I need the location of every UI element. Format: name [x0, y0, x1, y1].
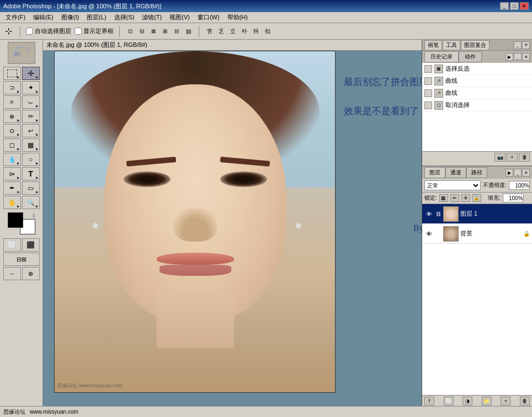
lock-all-btn[interactable]: 🔒	[472, 194, 481, 202]
history-menu-btn[interactable]: ▶	[506, 53, 513, 61]
adjustment-layer-btn[interactable]: ◑	[462, 397, 472, 405]
tab-actions[interactable]: 动作	[459, 51, 482, 62]
lock-transparent-btn[interactable]: ▦	[439, 194, 448, 202]
show-bounds-checkbox[interactable]: 显示定界框	[75, 27, 114, 35]
history-item-3[interactable]: ◻ 取消选择	[422, 99, 532, 111]
tab-paths[interactable]: 路径	[466, 167, 487, 178]
close-btn[interactable]: ✕	[520, 2, 529, 10]
blur-tool[interactable]: 💧 ▶	[3, 153, 21, 166]
layers-menu-btn[interactable]: ▶	[506, 169, 513, 177]
tab-history[interactable]: 历史记录	[424, 51, 459, 62]
canvas-container[interactable]: 思缘论坛 www.missyuan.com	[54, 51, 336, 393]
history-item-2[interactable]: ↗ 曲线	[422, 87, 532, 99]
hist-label-0: 选择反选	[445, 65, 470, 73]
brush-tool[interactable]: ✏ ▶	[22, 110, 40, 123]
menu-window[interactable]: 窗口(W)	[194, 12, 223, 23]
fill-input[interactable]	[503, 194, 524, 202]
status-site-url: www.missyuan.com	[30, 409, 78, 415]
menu-file[interactable]: 文件(F)	[2, 12, 29, 23]
slice-tool[interactable]: ⌙ ▶	[22, 95, 40, 109]
dist-left-btn[interactable]: 卟	[240, 26, 249, 36]
delete-state-btn[interactable]: 🗑	[519, 153, 530, 162]
screen-mode[interactable]: ⊟⊞	[3, 253, 40, 266]
tab-layers[interactable]: 图层	[424, 167, 445, 178]
lock-position-btn[interactable]: ✛	[461, 194, 470, 202]
tab-tools[interactable]: 工具	[443, 40, 460, 50]
imageready-btn[interactable]: →	[3, 267, 21, 280]
dist-right-btn[interactable]: 扣	[263, 26, 273, 36]
dist-top-btn[interactable]: 苦	[205, 26, 215, 36]
align-left-btn[interactable]: ⊡	[125, 26, 135, 36]
move-tool[interactable]: ✛ ▶	[22, 67, 40, 80]
fill-tool[interactable]: ▦ ▶	[22, 138, 40, 152]
align-top-btn[interactable]: ⊞	[160, 26, 170, 36]
align-vcenter-btn[interactable]: ⊟	[172, 26, 182, 36]
layer-item-1[interactable]: 👁 背景 🔒	[422, 224, 532, 244]
menu-layer[interactable]: 图层(L)	[83, 12, 109, 23]
history-item-1[interactable]: ↗ 曲线	[422, 75, 532, 87]
layer-item-0[interactable]: 👁 ⛓ 图层 1	[422, 204, 532, 224]
eraser-tool[interactable]: ◻ ▶	[3, 138, 21, 152]
maximize-btn[interactable]: □	[510, 2, 519, 10]
magic-wand-tool[interactable]: ✦ ▶	[22, 81, 40, 94]
auto-select-input[interactable]	[26, 28, 33, 35]
dodge-tool[interactable]: ○ ▶	[22, 153, 40, 166]
layers-footer: f ⬜ ◑ 📁 + 🗑	[422, 395, 532, 406]
notes-tool[interactable]: 🖐 ▶	[3, 196, 21, 209]
switch-colors[interactable]: ↕	[33, 212, 35, 218]
layer-mode-select[interactable]: 正常	[424, 180, 481, 190]
standard-mode[interactable]: ⬛	[22, 238, 40, 252]
layer-mask-btn[interactable]: ⬜	[444, 397, 454, 405]
clone-tool[interactable]: ⊙ ▶	[3, 124, 21, 137]
foreground-color[interactable]	[8, 212, 23, 228]
opacity-input[interactable]	[509, 181, 530, 190]
menu-image[interactable]: 图像(I)	[58, 12, 82, 23]
dist-hcenter-btn[interactable]: 抖	[251, 26, 261, 36]
layer-group-btn[interactable]: 📁	[482, 397, 492, 405]
shape-tool[interactable]: ▭ ▶	[22, 181, 40, 195]
new-layer-btn[interactable]: +	[501, 397, 510, 405]
layer-eye-0[interactable]: 👁	[424, 210, 433, 218]
panel-minimize-btn[interactable]: _	[514, 41, 522, 49]
menu-filter[interactable]: 滤镜(T)	[139, 12, 165, 23]
lasso-tool[interactable]: ⊃ ▶	[3, 81, 21, 94]
minimize-btn[interactable]: _	[500, 2, 509, 10]
delete-layer-btn[interactable]: 🗑	[520, 397, 530, 405]
quick-mask-mode[interactable]: ⬜	[3, 238, 21, 252]
layers-close-btn[interactable]: ✕	[522, 169, 530, 177]
layer-style-btn[interactable]: f	[424, 397, 434, 405]
eyedropper-tool[interactable]: 🔍 ▶	[22, 196, 40, 209]
type-tool[interactable]: T ▶	[22, 167, 40, 180]
tab-brush[interactable]: 画笔	[424, 40, 442, 50]
panel-close-btn[interactable]: ✕	[522, 41, 530, 49]
layer-eye-1[interactable]: 👁	[424, 229, 433, 238]
path-tool[interactable]: ⌲ ▶	[3, 167, 21, 180]
align-right-btn[interactable]: ⊠	[148, 26, 158, 36]
menu-select[interactable]: 选择(S)	[111, 12, 138, 23]
auto-select-checkbox[interactable]: 自动选择图层	[26, 27, 71, 35]
tab-channels[interactable]: 通道	[445, 167, 466, 178]
show-bounds-input[interactable]	[75, 28, 82, 35]
tab-layer-comps[interactable]: 图层复合	[461, 40, 490, 50]
history-minimize-btn[interactable]: _	[514, 53, 522, 61]
crop-tool[interactable]: ⌗	[3, 95, 21, 109]
marquee-tool[interactable]: ▶	[3, 67, 21, 80]
menu-help[interactable]: 帮助(H)	[224, 12, 251, 23]
layers-minimize-btn[interactable]: _	[514, 169, 522, 177]
create-new-btn[interactable]: +	[507, 153, 518, 162]
history-close-btn[interactable]: ✕	[522, 53, 530, 61]
lock-pixels-btn[interactable]: ✏	[450, 194, 459, 202]
history-brush-tool[interactable]: ↩ ▶	[22, 124, 40, 137]
dist-bottom-btn[interactable]: 立	[228, 26, 238, 36]
new-snapshot-btn[interactable]: 📷	[494, 153, 506, 162]
dist-vcenter-btn[interactable]: 乏	[216, 26, 226, 36]
heal-tool[interactable]: ⊕ ▶	[3, 110, 21, 123]
pen-tool[interactable]: ✒ ▶	[3, 181, 21, 195]
menu-view[interactable]: 视图(V)	[166, 12, 193, 23]
transform-controls: ⊡ ⊟ ⊠ ⊞ ⊟ ▤	[125, 26, 193, 36]
align-bottom-btn[interactable]: ▤	[183, 26, 193, 36]
menu-edit[interactable]: 编辑(E)	[30, 12, 57, 23]
history-item-0[interactable]: ▦ 选择反选	[422, 63, 532, 75]
align-center-btn[interactable]: ⊟	[137, 26, 147, 36]
extra-btn[interactable]: ⊕	[22, 267, 40, 280]
